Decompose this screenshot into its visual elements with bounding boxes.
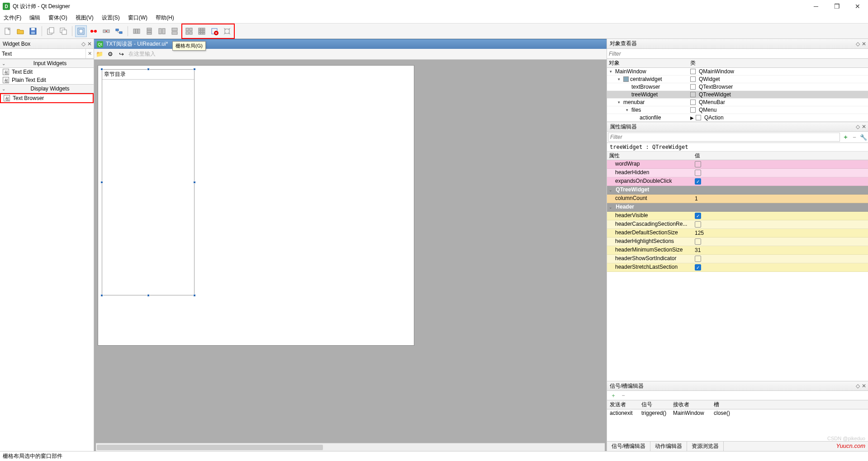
object-tree[interactable]: 对象 类 ▾MainWindowQMainWindow▾centralwidge… (607, 59, 868, 122)
duplicate-icon[interactable] (57, 25, 69, 37)
form-exit-icon[interactable]: ↪ (118, 51, 125, 58)
property-row[interactable]: headerStretchLastSection✓ (607, 263, 868, 272)
dock-float-icon[interactable]: ◇ (856, 41, 860, 47)
tab-signal-slot[interactable]: 信号/槽编辑器 (607, 442, 650, 451)
resize-handle[interactable] (100, 294, 103, 297)
remove-property-icon[interactable]: − (850, 133, 859, 142)
canvas-viewport[interactable]: 章节目录 (94, 60, 607, 443)
property-row[interactable]: headerDefaultSectionSize125 (607, 229, 868, 238)
dock-float-icon[interactable]: ◇ (856, 124, 860, 130)
open-file-icon[interactable] (14, 25, 26, 37)
dock-close-icon[interactable]: ✕ (87, 41, 92, 47)
widget-item[interactable]: A̲I̲Plain Text Edit (0, 76, 94, 84)
object-row[interactable]: textBrowserQTextBrowser (607, 83, 868, 91)
resize-handle[interactable] (100, 181, 103, 184)
dock-close-icon[interactable]: ✕ (862, 41, 866, 47)
resize-handle[interactable] (100, 68, 103, 71)
close-button[interactable]: ✕ (847, 0, 868, 13)
object-row[interactable]: ▾filesQMenu (607, 106, 868, 114)
menu-file[interactable]: 文件(F) (2, 13, 23, 23)
add-signal-icon[interactable]: ＋ (610, 392, 617, 399)
form-canvas[interactable]: 章节目录 (98, 65, 414, 346)
scrollbar-thumb[interactable] (97, 445, 323, 450)
dock-close-icon[interactable]: ✕ (862, 124, 866, 130)
dock-float-icon[interactable]: ◇ (81, 41, 85, 47)
resize-handle[interactable] (193, 294, 196, 297)
layout-vertical-icon[interactable] (143, 25, 155, 37)
dock-close-icon[interactable]: ✕ (862, 383, 866, 389)
checkbox-icon[interactable] (695, 256, 701, 262)
object-filter-input[interactable] (607, 49, 868, 58)
horizontal-scrollbar[interactable] (96, 443, 605, 451)
object-row[interactable]: actionfile▶ QAction (607, 114, 868, 122)
form-window-tab[interactable]: Qt TXT阅读器 - UIReader.ui* (94, 39, 607, 49)
property-row[interactable]: wordWrap (607, 160, 868, 169)
widget-item-textbrowser[interactable]: A̲I̲Text Browser (0, 93, 94, 103)
object-row[interactable]: treeWidgetQTreeWidget (607, 91, 868, 99)
menu-settings[interactable]: 设置(S) (100, 13, 122, 23)
checkbox-icon[interactable] (695, 170, 701, 176)
edit-buddies-icon[interactable] (100, 25, 112, 37)
object-row[interactable]: ▾centralwidgetQWidget (607, 76, 868, 83)
widget-group-header[interactable]: ⌄Input Widgets (0, 59, 94, 68)
object-row[interactable]: ▾menubarQMenuBar (607, 99, 868, 106)
treewidget-selection[interactable]: 章节目录 (102, 69, 194, 295)
form-folder-icon[interactable]: 📁 (96, 51, 103, 58)
maximize-button[interactable]: ❐ (826, 0, 847, 13)
widget-box-filter-input[interactable] (0, 49, 85, 58)
checkbox-icon[interactable]: ✓ (695, 264, 701, 271)
checkbox-icon[interactable]: ✓ (695, 178, 701, 185)
property-row[interactable]: columnCount1 (607, 195, 868, 203)
resize-handle[interactable] (147, 68, 150, 71)
menu-window[interactable]: 窗口(W) (126, 13, 149, 23)
property-row[interactable]: expandsOnDoubleClick✓ (607, 177, 868, 186)
edit-widgets-icon[interactable] (75, 25, 87, 37)
property-row[interactable]: headerVisible✓ (607, 212, 868, 220)
save-file-icon[interactable] (27, 25, 39, 37)
object-row[interactable]: ▾MainWindowQMainWindow (607, 68, 868, 76)
new-file-icon[interactable] (2, 25, 14, 37)
signal-row[interactable]: actionexit triggered() MainWindow close(… (607, 409, 868, 441)
menu-help[interactable]: 帮助(H) (154, 13, 176, 23)
edit-signals-icon[interactable] (88, 25, 100, 37)
layout-grid-icon[interactable]: 栅格布局(G) (183, 25, 195, 37)
add-property-icon[interactable]: ＋ (841, 133, 850, 142)
copy-icon[interactable] (45, 25, 57, 37)
property-filter-input[interactable] (608, 133, 840, 142)
menu-form[interactable]: 窗体(O) (47, 13, 69, 23)
tab-resource-browser[interactable]: 资源浏览器 (687, 442, 724, 451)
resize-handle[interactable] (193, 181, 196, 184)
form-menu-hint[interactable]: 在这里输入 (128, 50, 156, 58)
layout-hsplitter-icon[interactable] (156, 25, 168, 37)
checkbox-icon[interactable] (695, 221, 701, 228)
adjust-size-icon[interactable] (221, 25, 233, 37)
minimize-button[interactable]: ─ (806, 0, 826, 13)
remove-signal-icon[interactable]: − (620, 392, 627, 399)
menu-view[interactable]: 视图(V) (74, 13, 95, 23)
widget-group-header[interactable]: ⌄Display Widgets (0, 84, 94, 93)
checkbox-icon[interactable] (695, 161, 701, 167)
layout-grid-dense-icon[interactable] (196, 25, 208, 37)
widget-box-tree[interactable]: ⌄Input Widgets A̲I̲Text Edit A̲I̲Plain T… (0, 59, 94, 451)
form-gear-icon[interactable]: ⚙ (107, 51, 114, 58)
break-layout-icon[interactable] (209, 25, 220, 37)
filter-clear-icon[interactable]: ✕ (85, 49, 94, 58)
resize-handle[interactable] (193, 68, 196, 71)
property-row[interactable]: headerCascadingSectionRe... (607, 220, 868, 229)
property-row[interactable]: headerMinimumSectionSize31 (607, 246, 868, 255)
dock-float-icon[interactable]: ◇ (856, 383, 860, 389)
edit-tab-order-icon[interactable] (113, 25, 125, 37)
property-row[interactable]: headerHidden (607, 169, 868, 177)
tab-action-editor[interactable]: 动作编辑器 (650, 442, 687, 451)
configure-icon[interactable]: 🔧 (859, 133, 868, 142)
layout-vsplitter-icon[interactable] (169, 25, 180, 37)
property-row[interactable]: headerHighlightSections (607, 238, 868, 246)
widget-item[interactable]: A̲I̲Text Edit (0, 68, 94, 76)
menu-edit[interactable]: 编辑 (28, 13, 42, 23)
property-table[interactable]: wordWrapheaderHiddenexpandsOnDoubleClick… (607, 160, 868, 381)
property-group-header[interactable]: ⌄ QTreeWidget (607, 186, 868, 195)
property-row[interactable]: headerShowSortIndicator (607, 255, 868, 263)
property-group-header[interactable]: ⌄ Header (607, 203, 868, 212)
resize-handle[interactable] (147, 294, 150, 297)
checkbox-icon[interactable]: ✓ (695, 213, 701, 219)
